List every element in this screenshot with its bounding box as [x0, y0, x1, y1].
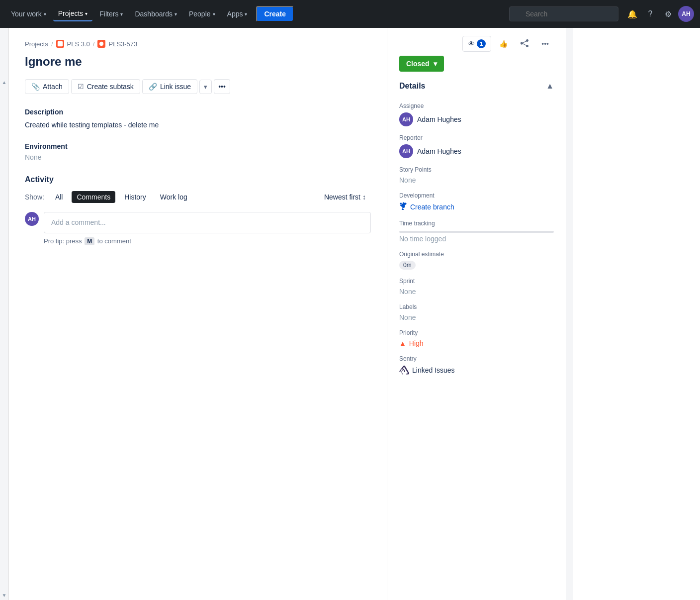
scroll-indicator-left: ▲ ▼ — [0, 28, 9, 600]
newest-first-button[interactable]: Newest first ↕ — [319, 191, 371, 203]
branch-icon — [399, 202, 407, 212]
original-estimate-field: Original estimate 0m — [399, 251, 554, 270]
description-content: Created while testing templates - delete… — [25, 120, 371, 130]
issue-title: Ignore me — [25, 54, 371, 69]
comment-input[interactable]: Add a comment... — [44, 212, 371, 233]
link-icon: 🔗 — [149, 83, 157, 91]
status-chevron: ▾ — [434, 60, 437, 68]
scroll-up-arrow[interactable]: ▲ — [0, 78, 8, 87]
watch-count: 1 — [477, 39, 486, 48]
more-options-button[interactable]: ••• — [536, 37, 554, 51]
labels-value: None — [399, 313, 554, 321]
attach-button[interactable]: 📎 Attach — [25, 79, 69, 94]
thumbs-up-button[interactable]: 👍 — [494, 37, 513, 51]
header-actions-row: 👁 1 👍 ••• — [399, 36, 554, 52]
scroll-down-arrow[interactable]: ▼ — [0, 591, 8, 600]
create-subtask-label: Create subtask — [87, 83, 134, 91]
watch-button[interactable]: 👁 1 — [462, 36, 491, 52]
details-collapse-button[interactable]: ▲ — [546, 82, 554, 91]
environment-label: Environment — [25, 142, 371, 150]
notifications-button[interactable]: 🔔 — [624, 6, 640, 22]
breadcrumb-projects[interactable]: Projects — [25, 40, 48, 48]
nav-filters-chevron: ▾ — [120, 11, 123, 17]
nav-apps-chevron: ▾ — [245, 11, 247, 17]
assignee-value[interactable]: AH Adam Hughes — [399, 112, 554, 126]
labels-label: Labels — [399, 303, 554, 310]
nav-your-work[interactable]: Your work ▾ — [6, 7, 51, 21]
sentry-icon — [399, 365, 409, 375]
reporter-avatar: AH — [399, 144, 413, 158]
nav-dashboards-label: Dashboards — [135, 10, 173, 18]
breadcrumb-issue-key[interactable]: PLS3-573 — [108, 40, 137, 48]
labels-field: Labels None — [399, 303, 554, 321]
link-issue-button[interactable]: 🔗 Link issue — [142, 79, 197, 94]
share-button[interactable] — [516, 36, 533, 52]
nav-people[interactable]: People ▾ — [184, 7, 220, 21]
nav-projects[interactable]: Projects ▾ — [53, 6, 93, 21]
nav-apps[interactable]: Apps ▾ — [222, 7, 253, 21]
nav-your-work-label: Your work — [11, 10, 42, 18]
assignee-name: Adam Hughes — [417, 115, 461, 123]
thumbs-up-icon: 👍 — [499, 40, 508, 48]
no-time-logged: No time logged — [399, 235, 554, 243]
search-input[interactable] — [509, 6, 618, 21]
reporter-label: Reporter — [399, 134, 554, 141]
priority-text: High — [409, 339, 424, 347]
reporter-name: Adam Hughes — [417, 147, 461, 155]
settings-button[interactable]: ⚙ — [660, 6, 676, 22]
create-branch-label: Create branch — [410, 203, 454, 211]
original-estimate-label: Original estimate — [399, 251, 554, 258]
reporter-value[interactable]: AH Adam Hughes — [399, 144, 554, 158]
description-section: Description Created while testing templa… — [25, 108, 371, 130]
search-wrap — [509, 6, 618, 21]
filter-comments[interactable]: Comments — [72, 191, 115, 203]
nav-filters[interactable]: Filters ▾ — [94, 7, 128, 21]
help-button[interactable]: ? — [642, 6, 658, 22]
nav-your-work-chevron: ▾ — [44, 11, 46, 17]
svg-rect-0 — [57, 41, 62, 46]
pro-tip-after: to comment — [97, 237, 131, 245]
filter-history[interactable]: History — [119, 191, 151, 203]
nav-dashboards[interactable]: Dashboards ▾ — [130, 7, 182, 21]
user-avatar[interactable]: AH — [678, 6, 694, 22]
sort-icon: ↕ — [362, 193, 366, 201]
priority-value[interactable]: ▲ High — [399, 339, 554, 347]
nav-dashboards-chevron: ▾ — [175, 11, 177, 17]
filter-worklog[interactable]: Work log — [155, 191, 192, 203]
pro-tip-press: press — [66, 237, 84, 245]
pro-tip-key: M — [85, 237, 94, 245]
assignee-avatar: AH — [399, 112, 413, 126]
description-label: Description — [25, 108, 371, 116]
subtask-icon: ☑ — [78, 83, 84, 91]
breadcrumb-project-name[interactable]: PLS 3.0 — [67, 40, 90, 48]
create-branch-link[interactable]: Create branch — [399, 202, 554, 212]
watch-icon: 👁 — [468, 40, 475, 48]
nav-projects-chevron: ▾ — [85, 11, 88, 16]
action-bar: 📎 Attach ☑ Create subtask 🔗 Link issue ▾… — [25, 79, 371, 94]
issue-type-icon — [97, 40, 105, 48]
status-button[interactable]: Closed ▾ — [399, 56, 444, 72]
actions-expand-button[interactable]: ▾ — [199, 80, 212, 94]
actions-more-button[interactable]: ••• — [214, 79, 230, 94]
nav-filters-label: Filters — [99, 10, 118, 18]
activity-filter-row: Show: All Comments History Work log Newe… — [25, 191, 371, 203]
sentry-field: Sentry Linked Issues — [399, 355, 554, 375]
time-tracking-field: Time tracking No time logged — [399, 220, 554, 243]
nav-apps-label: Apps — [227, 10, 243, 18]
share-icon — [521, 39, 528, 49]
story-points-value: None — [399, 176, 554, 184]
create-subtask-button[interactable]: ☑ Create subtask — [71, 79, 140, 94]
sprint-label: Sprint — [399, 278, 554, 285]
attach-label: Attach — [43, 83, 63, 91]
sprint-field: Sprint None — [399, 278, 554, 296]
sentry-row[interactable]: Linked Issues — [399, 365, 554, 375]
page-layout: ▲ ▼ Projects / PLS 3.0 / PLS3-573 Ignore… — [0, 28, 700, 600]
link-issue-label: Link issue — [160, 83, 191, 91]
filter-all[interactable]: All — [50, 191, 68, 203]
priority-field: Priority ▲ High — [399, 329, 554, 347]
create-button[interactable]: Create — [256, 6, 294, 22]
breadcrumb-sep-2: / — [93, 40, 95, 48]
more-icon: ••• — [541, 40, 549, 48]
development-field: Development Create branch — [399, 192, 554, 212]
sentry-label: Sentry — [399, 355, 554, 362]
